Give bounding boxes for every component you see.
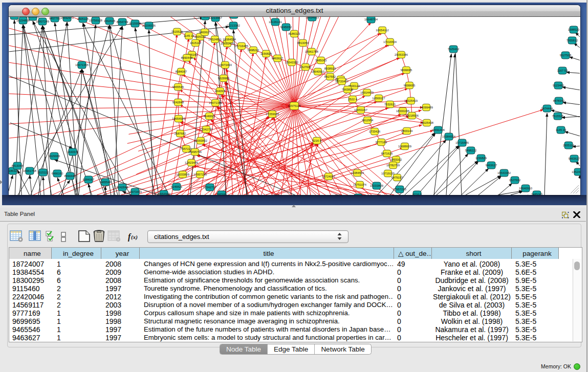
svg-text:5498222: 5498222: [248, 49, 259, 52]
svg-text:20206536: 20206536: [142, 24, 156, 27]
svg-text:9146821: 9146821: [171, 185, 183, 188]
svg-text:10973493: 10973493: [128, 190, 142, 193]
svg-text:1588520: 1588520: [568, 28, 580, 31]
svg-text:1167 53: 1167 53: [557, 69, 568, 72]
svg-text:12823446: 12823446: [185, 161, 198, 164]
svg-text:12213382: 12213382: [227, 24, 240, 27]
svg-text:19384554: 19384554: [442, 135, 456, 138]
svg-text:18724007: 18724007: [322, 175, 335, 178]
svg-text:16782759: 16782759: [386, 164, 400, 167]
svg-text:6479197: 6479197: [391, 176, 403, 179]
svg-text:15692971: 15692971: [60, 17, 74, 19]
svg-text:19218506: 19218506: [405, 114, 419, 117]
svg-text:15751074: 15751074: [353, 183, 367, 186]
svg-text:10025438: 10025438: [420, 121, 433, 124]
svg-text:12342737: 12342737: [203, 186, 216, 189]
svg-text:8813054: 8813054: [297, 41, 309, 45]
svg-text:7485063: 7485063: [315, 59, 327, 62]
svg-text:1145 19: 1145 19: [556, 128, 567, 132]
svg-text:16495796: 16495796: [188, 150, 202, 154]
svg-text:7625402: 7625402: [448, 48, 460, 51]
svg-text:29053346: 29053346: [395, 53, 408, 56]
svg-text:16961758: 16961758: [305, 50, 318, 53]
svg-text:17016504: 17016504: [383, 40, 397, 43]
svg-text:9474444: 9474444: [541, 107, 553, 110]
svg-text:15720407: 15720407: [335, 80, 349, 83]
svg-text:3912954: 3912954: [362, 119, 374, 122]
svg-text:16671355: 16671355: [75, 63, 89, 67]
svg-text:9245652: 9245652: [280, 26, 292, 29]
svg-text:16154808: 16154808: [16, 19, 30, 22]
svg-text:17359928: 17359928: [266, 113, 279, 116]
svg-text:5498222: 5498222: [465, 149, 477, 152]
svg-text:9463627: 9463627: [569, 157, 580, 160]
svg-text:7632621: 7632621: [384, 103, 396, 106]
svg-text:18807249: 18807249: [36, 20, 49, 23]
svg-text:7955812: 7955812: [567, 39, 578, 42]
svg-text:2687682: 2687682: [216, 193, 228, 195]
svg-text:1615112: 1615112: [37, 171, 49, 174]
svg-text:9457791: 9457791: [49, 17, 61, 20]
svg-text:1615112: 1615112: [190, 41, 201, 45]
svg-text:1527602: 1527602: [300, 65, 312, 69]
svg-text:2803144: 2803144: [401, 129, 413, 133]
svg-text:16648764: 16648764: [364, 18, 378, 21]
svg-text:(x): (x): [131, 234, 138, 240]
svg-text:7515526: 7515526: [171, 30, 183, 33]
svg-text:2687682: 2687682: [175, 132, 186, 135]
svg-text:9242848: 9242848: [117, 186, 128, 189]
svg-text:8990448: 8990448: [181, 56, 193, 59]
svg-text:14099489: 14099489: [420, 106, 433, 109]
svg-text:16543382: 16543382: [497, 171, 511, 174]
svg-text:2935114: 2935114: [563, 144, 575, 147]
svg-text:8990448: 8990448: [64, 174, 76, 178]
svg-text:1733426: 1733426: [369, 130, 381, 133]
svg-text:20691406: 20691406: [431, 128, 445, 132]
svg-text:12213967: 12213967: [209, 17, 222, 19]
svg-text:16409 5: 16409 5: [215, 90, 226, 93]
svg-text:6216 0: 6216 0: [312, 139, 321, 142]
svg-text:10653267: 10653267: [354, 108, 367, 112]
svg-text:8384067: 8384067: [83, 178, 95, 181]
svg-text:16210643: 16210643: [26, 17, 39, 18]
svg-text:12975115: 12975115: [288, 104, 300, 107]
svg-text:10654923: 10654923: [306, 17, 319, 19]
svg-text:16409 5: 16409 5: [68, 150, 78, 154]
svg-text:6216 0: 6216 0: [412, 193, 422, 195]
svg-text:2522 4: 2522 4: [348, 98, 358, 101]
svg-text:8454749: 8454749: [117, 20, 128, 24]
svg-text:16961758: 16961758: [23, 169, 36, 172]
svg-text:19654923: 19654923: [172, 117, 185, 120]
svg-text:8186323: 8186323: [9, 169, 18, 172]
svg-text:1145 19: 1145 19: [184, 34, 194, 37]
svg-text:9465546: 9465546: [100, 181, 112, 184]
svg-text:14524851: 14524851: [208, 38, 222, 41]
svg-text:8186323: 8186323: [289, 32, 300, 35]
svg-text:12093832: 12093832: [194, 139, 207, 142]
svg-text:9699695: 9699695: [404, 84, 416, 87]
svg-text:10719155: 10719155: [381, 172, 395, 175]
svg-text:1893002: 1893002: [390, 158, 402, 161]
svg-text:9329966: 9329966: [49, 155, 60, 158]
svg-text:6466160: 6466160: [52, 172, 63, 175]
svg-text:8878342: 8878342: [553, 99, 565, 102]
svg-text:14569117: 14569117: [372, 97, 385, 100]
svg-text:15716485: 15716485: [235, 45, 248, 48]
svg-text:17957225: 17957225: [193, 173, 207, 176]
svg-text:9329966: 9329966: [218, 77, 230, 80]
svg-text:13384554: 13384554: [351, 171, 364, 174]
svg-text:9115460: 9115460: [553, 84, 564, 87]
svg-text:18300295: 18300295: [396, 110, 409, 113]
svg-text:9146821: 9146821: [204, 115, 215, 118]
svg-text:7515526: 7515526: [552, 115, 564, 118]
svg-text:14524851: 14524851: [572, 170, 580, 173]
svg-text:12342737: 12342737: [200, 128, 213, 131]
svg-text:7485063: 7485063: [531, 193, 543, 195]
svg-text:9527508: 9527508: [560, 54, 572, 57]
svg-text:19654923: 19654923: [157, 192, 170, 195]
svg-text:16033809: 16033809: [176, 173, 189, 176]
svg-text:1527602: 1527602: [509, 179, 521, 182]
svg-text:8384067: 8384067: [176, 70, 187, 73]
svg-text:8813054: 8813054: [12, 164, 24, 167]
svg-text:13325419: 13325419: [404, 99, 418, 102]
